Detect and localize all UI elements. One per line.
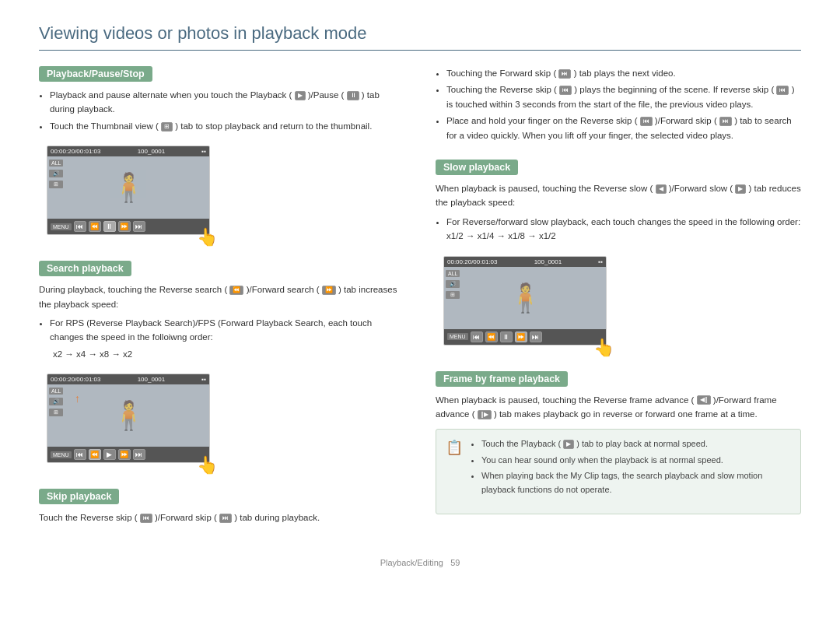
hand-icon-2: 👆 [197, 455, 218, 475]
info-bullets: Touch the Playback ( ▶ ) tab to play bac… [471, 437, 791, 499]
menu-btn-1: MENU [51, 223, 72, 230]
bullet-item: For Reverse/forward slow playback, each … [446, 215, 801, 244]
info-bullet: When playing back the My Clip tags, the … [481, 469, 791, 496]
sidebar-vol-2: 🔊 [49, 398, 63, 405]
player-screen-2: ALL 🔊 ⊞ 🧍 ↑ [47, 384, 209, 447]
info-box: 📋 Touch the Playback ( ▶ ) tab to play b… [436, 429, 801, 514]
section-playback-pause-stop: Playback/Pause/Stop Playback and pause a… [39, 66, 404, 244]
ctrl-next-1: ⏭ [133, 221, 145, 232]
info-icon: 📋 [446, 439, 463, 456]
sidebar-grid-2: ⊞ [49, 409, 63, 416]
bullet-item: Touch the Thumbnail view ( ⊞ ) tab to st… [50, 119, 404, 133]
player-figure-2: 🧍 [111, 399, 146, 432]
player-topbar-1: 00:00:20/00:01:03100_0001▪▪ [47, 146, 209, 156]
section-slow-playback: Slow playback When playback is paused, t… [436, 160, 801, 354]
rev-frame-btn: ◀‖ [697, 395, 711, 405]
search-bullets: For RPS (Reverse Playback Search)/FPS (F… [39, 316, 404, 361]
ctrl-pause-3: ⏸ [500, 332, 513, 342]
player-figure-3: 🧍 [508, 282, 543, 314]
bullet-item: Place and hold your finger on the Revers… [446, 114, 801, 142]
player-sidebar-3: ALL 🔊 ⊞ [446, 270, 460, 299]
ctrl-fwd-3: ⏩ [515, 332, 527, 342]
player-topbar-2: 00:00:20/00:01:03100_0001▪▪ [47, 374, 209, 384]
bullet-item: For RPS (Reverse Playback Search)/FPS (F… [50, 316, 404, 345]
ctrl-prev-3: ⏮ [471, 332, 483, 342]
page-number: 59 [450, 558, 460, 567]
footer-text: Playback/Editing [380, 558, 443, 567]
sidebar-vol-3: 🔊 [446, 280, 460, 288]
player-sidebar-1: ALL 🔊 ⊞ [49, 160, 63, 188]
section-touching-forward: Touching the Forward skip ( ⏭ ) tab play… [436, 66, 801, 142]
rev-skip-inline-2: ⏮ [776, 86, 789, 95]
fwd-hold-btn: ⏭ [719, 117, 732, 126]
section-title-skip: Skip playback [39, 489, 119, 504]
player-mock-1: 00:00:20/00:01:03100_0001▪▪ ALL 🔊 ⊞ 🧍 ME… [39, 139, 210, 241]
menu-btn-3: MENU [447, 333, 468, 340]
player-mock-3: 00:00:20/00:01:03100_0001▪▪ ALL 🔊 ⊞ 🧍 ME… [436, 250, 607, 352]
hand-icon-3: 👆 [593, 338, 614, 358]
menu-btn-2: MENU [51, 451, 72, 458]
sidebar-all-3: ALL [446, 270, 460, 277]
ctrl-prev-2: ⏮ [74, 449, 86, 460]
ctrl-next-2: ⏭ [133, 449, 145, 460]
search-intro: During playback, touching the Reverse se… [39, 282, 404, 311]
fwd-skip-inline: ⏭ [558, 69, 571, 79]
sidebar-all: ALL [49, 160, 63, 167]
fwd-search-btn: ⏩ [322, 286, 336, 295]
sidebar-grid-3: ⊞ [446, 291, 460, 299]
section-skip-playback: Skip playback Touch the Reverse skip ( ⏮… [39, 489, 404, 524]
play-inline-info: ▶ [563, 440, 574, 449]
page-title: Viewing videos or photos in playback mod… [39, 23, 801, 51]
section-frame-playback: Frame by frame playback When playback is… [436, 371, 801, 514]
section-title-search: Search playback [39, 261, 131, 276]
forward-skip-bullets: Touching the Forward skip ( ⏭ ) tab play… [436, 66, 801, 142]
play-btn-inline: ▶ [295, 91, 306, 100]
slow-bullets: For Reverse/forward slow playback, each … [436, 215, 801, 244]
fwd-slow-btn: ▶ [735, 184, 746, 194]
search-indicator: ↑ [75, 392, 80, 405]
speed-order: x2 → x4 → x8 → x2 [50, 347, 404, 361]
hand-icon-1: 👆 [197, 227, 218, 247]
player-mock-2: 00:00:20/00:01:03100_0001▪▪ ALL 🔊 ⊞ 🧍 ↑ [39, 367, 210, 469]
playback-pause-bullets: Playback and pause alternate when you to… [39, 88, 404, 133]
player-controls-1: MENU ⏮ ⏪ ⏸ ⏩ ⏭ [47, 219, 209, 234]
player-screen-3: ALL 🔊 ⊞ 🧍 [444, 267, 606, 329]
player-topbar-3: 00:00:20/00:01:03100_0001▪▪ [444, 257, 606, 267]
sidebar-vol: 🔊 [49, 170, 63, 177]
info-bullet: You can hear sound only when the playbac… [481, 454, 791, 468]
sidebar-grid: ⊞ [49, 181, 63, 188]
rev-search-btn: ⏪ [229, 286, 243, 295]
ctrl-fwd-2: ⏩ [118, 449, 131, 460]
section-title-slow: Slow playback [436, 160, 518, 175]
section-search-playback: Search playback During playback, touchin… [39, 261, 404, 472]
pause-btn-inline: ⏸ [347, 91, 359, 100]
left-column: Playback/Pause/Stop Playback and pause a… [39, 66, 404, 542]
ctrl-prev-1: ⏮ [74, 221, 86, 232]
frame-desc: When playback is paused, touching the Re… [436, 393, 801, 422]
rev-skip-btn: ⏮ [140, 514, 152, 523]
rev-slow-btn: ◀ [656, 184, 667, 194]
ctrl-rew-3: ⏪ [485, 332, 498, 342]
footer: Playback/Editing 59 [39, 558, 801, 567]
ctrl-rew-2: ⏪ [89, 449, 101, 460]
bullet-item: Touching the Forward skip ( ⏭ ) tab play… [446, 66, 801, 80]
player-controls-2: MENU ⏮ ⏪ ▶ ⏩ ⏭ [47, 447, 209, 462]
fwd-frame-btn: ‖▶ [478, 410, 492, 419]
rev-hold-btn: ⏮ [640, 117, 653, 126]
ctrl-rew-1: ⏪ [89, 221, 101, 232]
right-column: Touching the Forward skip ( ⏭ ) tab play… [436, 66, 801, 542]
ctrl-next-3: ⏭ [530, 332, 542, 342]
bullet-item: Touching the Reverse skip ( ⏮ ) plays th… [446, 82, 801, 111]
player-sidebar-2: ALL 🔊 ⊞ [49, 388, 63, 416]
rev-skip-inline: ⏮ [559, 86, 572, 95]
ctrl-pause-1: ⏸ [103, 221, 116, 232]
ctrl-fwd-1: ⏩ [118, 221, 131, 232]
slow-intro: When playback is paused, touching the Re… [436, 181, 801, 210]
player-controls-3: MENU ⏮ ⏪ ⏸ ⏩ ⏭ [444, 329, 606, 345]
thumb-btn-inline: ⊞ [161, 122, 173, 132]
bullet-item: Playback and pause alternate when you to… [50, 88, 404, 117]
section-title-playback: Playback/Pause/Stop [39, 66, 152, 82]
sidebar-all-2: ALL [49, 388, 63, 395]
info-bullet: Touch the Playback ( ▶ ) tab to play bac… [481, 437, 791, 451]
fwd-skip-btn: ⏭ [219, 514, 232, 523]
